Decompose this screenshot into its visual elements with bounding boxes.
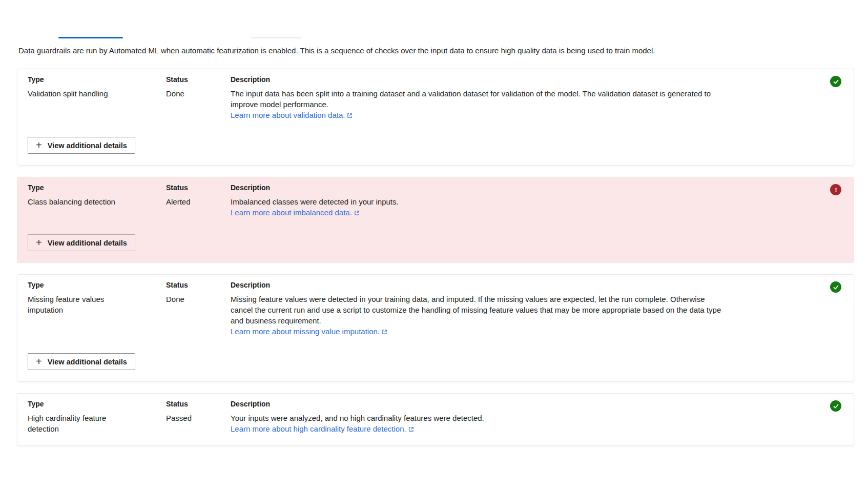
column-header-description: Description — [231, 75, 842, 88]
external-link-icon — [347, 113, 353, 118]
guardrail-card-high-cardinality: Type Status Description High cardinality… — [17, 393, 854, 446]
guardrail-cards-list: Type Status Description Validation split… — [17, 69, 854, 446]
data-guardrails-intro-text: Data guardrails are run by Automated ML … — [18, 46, 853, 56]
view-additional-details-button[interactable]: + View additional details — [28, 353, 135, 370]
column-header-status: Status — [166, 281, 231, 294]
learn-more-link[interactable]: Learn more about validation data. — [231, 110, 353, 120]
guardrail-card-validation-split: Type Status Description Validation split… — [17, 69, 854, 166]
column-header-type: Type — [28, 281, 166, 294]
external-link-icon — [408, 426, 414, 432]
column-header-description: Description — [231, 281, 842, 294]
guardrail-status: Done — [166, 88, 231, 120]
tab-strip — [0, 0, 868, 40]
view-additional-details-button[interactable]: + View additional details — [28, 234, 135, 251]
column-header-description: Description — [231, 400, 842, 413]
guardrail-description: Missing feature values were detected in … — [231, 294, 722, 337]
plus-icon: + — [36, 140, 42, 150]
learn-more-link[interactable]: Learn more about missing value imputatio… — [231, 326, 387, 337]
guardrail-card-missing-values: Type Status Description Missing feature … — [17, 274, 854, 382]
column-header-status: Status — [166, 75, 231, 88]
guardrail-description-text: The input data has been split into a tra… — [231, 89, 711, 109]
guardrail-type: Class balancing detection — [28, 196, 130, 218]
check-circle-icon — [830, 76, 841, 87]
guardrail-status: Passed — [166, 413, 231, 434]
plus-icon: + — [36, 237, 42, 248]
learn-more-link[interactable]: Learn more about high cardinality featur… — [231, 423, 414, 434]
alert-circle-icon — [830, 184, 841, 195]
guardrail-description: Imbalanced classes were detected in your… — [231, 196, 722, 218]
guardrail-description-text: Missing feature values were detected in … — [231, 295, 721, 325]
guardrail-description-text: Imbalanced classes were detected in your… — [231, 197, 399, 206]
guardrail-status: Alerted — [166, 196, 231, 218]
check-circle-icon — [830, 400, 841, 412]
guardrail-card-class-balancing: Type Status Description Class balancing … — [17, 177, 854, 263]
view-additional-details-button[interactable]: + View additional details — [28, 137, 135, 154]
column-header-type: Type — [28, 75, 166, 88]
guardrail-description: The input data has been split into a tra… — [231, 88, 722, 120]
selected-tab-indicator[interactable] — [58, 37, 123, 38]
column-header-type: Type — [28, 400, 166, 413]
guardrail-status: Done — [166, 294, 231, 337]
guardrail-description-text: Your inputs were analyzed, and no high c… — [231, 414, 484, 422]
guardrail-type: Validation split handling — [28, 88, 130, 120]
unselected-tab-indicator[interactable] — [251, 37, 301, 38]
learn-more-link[interactable]: Learn more about imbalanced data. — [231, 207, 360, 218]
guardrail-type: Missing feature values imputation — [28, 294, 130, 337]
external-link-icon — [382, 329, 387, 335]
plus-icon: + — [36, 356, 42, 366]
column-header-description: Description — [231, 184, 842, 196]
guardrail-type: High cardinality feature detection — [28, 413, 130, 434]
check-circle-icon — [830, 281, 841, 293]
guardrail-description: Your inputs were analyzed, and no high c… — [231, 413, 722, 434]
column-header-status: Status — [166, 400, 231, 413]
column-header-type: Type — [28, 184, 166, 196]
column-header-status: Status — [166, 184, 231, 196]
external-link-icon — [354, 210, 360, 216]
